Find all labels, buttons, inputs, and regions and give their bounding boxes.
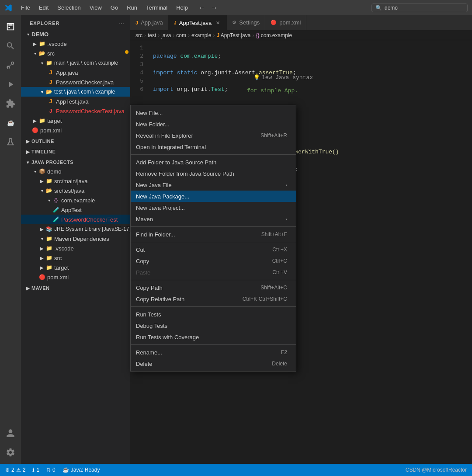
title-bar: File Edit Selection View Go Run Terminal… — [0, 0, 472, 15]
java-pom-item[interactable]: 🔴 pom.xml — [21, 272, 130, 282]
tree-item-test[interactable]: ▾ 📂 test \ java \ com \ example — [21, 87, 130, 97]
menu-go[interactable]: Go — [107, 3, 121, 12]
tab-settings[interactable]: ⚙ Settings — [227, 15, 265, 30]
tree-item-main[interactable]: ▾ 📁 main \ java \ com \ example — [21, 58, 130, 68]
outline-header[interactable]: ▶ OUTLINE — [21, 135, 130, 146]
sidebar-more-actions[interactable]: ··· — [118, 19, 125, 28]
tree-item-vscode[interactable]: ▶ 📁 .vscode — [21, 39, 130, 49]
java-project-demo[interactable]: ▾ 📦 demo — [21, 167, 130, 176]
java-status-icon: ☕ — [62, 467, 69, 473]
menu-new-file[interactable]: New File... — [131, 107, 296, 118]
menu-delete[interactable]: Delete Delete — [131, 358, 296, 369]
tree-item-password-checker[interactable]: J PasswordChecker.java — [21, 77, 130, 87]
tab-app-java[interactable]: J App.java — [130, 15, 169, 30]
jre-arrow-icon: ▶ — [38, 226, 45, 233]
status-info[interactable]: ℹ 1 — [32, 467, 39, 473]
tree-item-demo[interactable]: ▾ DEMO — [21, 29, 130, 39]
tab-settings-icon: ⚙ — [232, 20, 236, 25]
menu-new-java-file[interactable]: New Java File › — [131, 179, 296, 191]
java-src-main[interactable]: ▶ 📁 src/main/java — [21, 176, 130, 186]
java-projects-header[interactable]: ▾ JAVA PROJECTS — [21, 156, 130, 167]
menu-view[interactable]: View — [86, 3, 105, 12]
menu-edit[interactable]: Edit — [35, 3, 52, 12]
tab-pom-xml[interactable]: 🔴 pom.xml — [265, 15, 306, 30]
menu-new-folder[interactable]: New Folder... — [131, 118, 296, 130]
menu-copy-label: Copy — [136, 258, 149, 264]
menu-remove-source-path[interactable]: Remove Folder from Java Source Path — [131, 168, 296, 179]
search-bar[interactable]: 🔍 demo — [371, 3, 468, 12]
src-modified-indicator — [125, 50, 128, 54]
tree-item-password-checker-test[interactable]: J PasswordCheckerTest.java — [21, 106, 130, 116]
menu-add-source-path[interactable]: Add Folder to Java Source Path — [131, 156, 296, 168]
activity-java[interactable]: ☕ — [3, 115, 18, 131]
java-passwordcheckertest-item[interactable]: 🧪 PasswordCheckerTest — [21, 215, 130, 224]
menu-open-terminal[interactable]: Open in Integrated Terminal — [131, 141, 296, 153]
activity-run-debug[interactable] — [3, 76, 18, 92]
menu-terminal[interactable]: Terminal — [142, 3, 171, 12]
breadcrumb-src[interactable]: src — [135, 32, 142, 38]
menu-help[interactable]: Help — [173, 3, 191, 12]
activity-extensions[interactable] — [3, 96, 18, 111]
java-src-item[interactable]: ▶ 📁 src — [21, 253, 130, 263]
timeline-header[interactable]: ▶ TIMELINE — [21, 146, 130, 156]
menu-run-tests[interactable]: Run Tests — [131, 309, 296, 320]
java-com-example[interactable]: ▾ {} com.example — [21, 195, 130, 205]
menu-new-java-package[interactable]: New Java Package... — [131, 191, 296, 202]
activity-account[interactable] — [3, 425, 18, 441]
src-main-icon: 📁 — [45, 177, 52, 184]
java-src-test[interactable]: ▾ 📂 src/test/java — [21, 186, 130, 195]
activity-settings[interactable] — [3, 445, 18, 460]
java-maven-deps[interactable]: ▾ 📁 Maven Dependencies — [21, 234, 130, 243]
nav-forward-button[interactable]: → — [209, 3, 219, 13]
activity-test[interactable] — [3, 134, 18, 150]
tab-apptest-java-label: AppTest.java — [179, 20, 212, 26]
tree-item-apptest[interactable]: J AppTest.java — [21, 97, 130, 106]
demo-label: DEMO — [31, 31, 49, 38]
activity-explorer[interactable] — [3, 19, 18, 35]
java-vscode-item[interactable]: ▶ 📁 .vscode — [21, 243, 130, 253]
status-ports[interactable]: ⇅ 0 — [46, 467, 56, 473]
menu-run[interactable]: Run — [123, 3, 141, 12]
activity-search[interactable] — [3, 38, 18, 54]
menu-file[interactable]: File — [17, 3, 34, 12]
java-jre-library[interactable]: ▶ 📚 JRE System Library [JavaSE -17] — [21, 224, 130, 234]
breadcrumb-com-example[interactable]: {} com.example — [256, 32, 292, 38]
apptest-java-label: AppTest — [61, 207, 82, 213]
menu-reveal-explorer[interactable]: Reveal in File Explorer Shift+Alt+R — [131, 130, 296, 141]
tree-item-pom[interactable]: 🔴 pom.xml — [21, 125, 130, 135]
menu-rename[interactable]: Rename... F2 — [131, 347, 296, 358]
src-label: src — [47, 50, 55, 57]
menu-cut[interactable]: Cut Ctrl+X — [131, 244, 296, 255]
separator-4 — [131, 280, 296, 280]
breadcrumb-apptest-java[interactable]: J AppTest.java — [216, 32, 250, 38]
activity-bar: ☕ — [0, 15, 21, 464]
tree-item-target[interactable]: ▶ 📁 target — [21, 116, 130, 125]
java-demo-label: demo — [47, 168, 62, 175]
menu-copy-path-shortcut: Shift+Alt+C — [260, 285, 287, 291]
status-java[interactable]: ☕ Java: Ready — [62, 467, 100, 473]
menu-copy-relative-path[interactable]: Copy Relative Path Ctrl+K Ctrl+Shift+C — [131, 293, 296, 305]
tree-item-app-java[interactable]: J App.java — [21, 68, 130, 77]
tab-apptest-close-button[interactable]: ✕ — [214, 19, 221, 26]
sidebar: EXPLORER ··· ▾ DEMO ▶ 📁 .vscode ▾ 📂 src — [21, 15, 130, 464]
nav-back-button[interactable]: ← — [197, 3, 207, 13]
menu-copy[interactable]: Copy Ctrl+C — [131, 255, 296, 267]
menu-maven[interactable]: Maven › — [131, 213, 296, 225]
activity-source-control[interactable] — [3, 57, 18, 73]
menu-debug-tests[interactable]: Debug Tests — [131, 320, 296, 331]
menu-run-tests-coverage[interactable]: Run Tests with Coverage — [131, 331, 296, 343]
java-target-item[interactable]: ▶ 📁 target — [21, 263, 130, 272]
java-apptest-item[interactable]: 🧪 AppTest — [21, 205, 130, 215]
maven-header[interactable]: ▶ MAVEN — [21, 282, 130, 292]
breadcrumb-java[interactable]: java — [161, 32, 171, 38]
menu-new-java-project[interactable]: New Java Project... — [131, 202, 296, 213]
breadcrumb-example[interactable]: example — [191, 32, 211, 38]
tab-apptest-java[interactable]: J AppTest.java ✕ — [169, 15, 227, 30]
status-errors[interactable]: ⊗ 2 ⚠ 2 — [5, 467, 25, 473]
menu-find-in-folder[interactable]: Find in Folder... Shift+Alt+F — [131, 229, 296, 240]
breadcrumb-com[interactable]: com — [176, 32, 186, 38]
menu-copy-path[interactable]: Copy Path Shift+Alt+C — [131, 282, 296, 293]
breadcrumb-test[interactable]: test — [148, 32, 156, 38]
tree-item-src[interactable]: ▾ 📂 src — [21, 49, 130, 58]
menu-selection[interactable]: Selection — [54, 3, 84, 12]
